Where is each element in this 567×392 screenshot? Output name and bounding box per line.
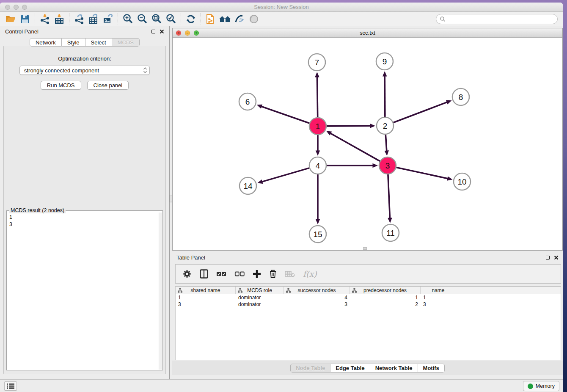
column-header-name[interactable]: name	[421, 287, 456, 294]
cyndex-home-button[interactable]	[218, 13, 232, 25]
zoom-selected-button[interactable]	[164, 13, 178, 25]
window-title: Session: New Session	[0, 4, 563, 10]
graph-edge-3-1[interactable]	[330, 133, 380, 161]
export-image-button[interactable]	[101, 13, 115, 25]
float-panel-icon[interactable]	[151, 30, 155, 33]
select-all-rows-button[interactable]	[216, 271, 226, 277]
control-panel: Control Panel Network Style Select MCDS …	[0, 26, 169, 379]
apply-function-button[interactable]: f(x)	[303, 269, 317, 279]
graph-edge-2-9[interactable]	[385, 75, 385, 117]
add-column-button[interactable]	[253, 270, 261, 278]
memory-label: Memory	[536, 383, 555, 389]
zoom-out-button[interactable]	[135, 13, 149, 25]
graph-node-2[interactable]: 2	[377, 117, 394, 134]
delete-columns-button[interactable]	[269, 269, 277, 279]
open-file-button[interactable]	[3, 13, 18, 25]
graph-node-3[interactable]: 3	[379, 157, 396, 174]
graph-node-4[interactable]: 4	[309, 157, 326, 174]
export-table-button[interactable]	[86, 13, 101, 25]
graph-edge-1-7[interactable]	[317, 76, 317, 117]
import-table-button[interactable]	[52, 13, 66, 25]
tab-select[interactable]: Select	[85, 38, 112, 47]
tab-mcds[interactable]: MCDS	[112, 38, 140, 47]
table-row[interactable]: 1dominator411	[176, 294, 561, 301]
cell-name[interactable]: 1	[421, 294, 456, 301]
graph-edge-3-11[interactable]	[388, 174, 390, 219]
column-header-predecessor_nodes[interactable]: predecessor nodes	[350, 287, 421, 294]
network-window-titlebar[interactable]: × − + scc.txt	[173, 28, 562, 38]
tab-style[interactable]: Style	[62, 38, 85, 47]
zoom-in-button[interactable]	[121, 13, 135, 25]
mcds-result-list[interactable]: 13	[7, 213, 159, 370]
svg-text:1: 1	[316, 122, 320, 131]
svg-text:8: 8	[459, 93, 463, 102]
show-task-history-button[interactable]	[4, 381, 17, 391]
graph-node-7[interactable]: 7	[308, 54, 325, 71]
export-network-button[interactable]	[72, 13, 86, 25]
cell-mcds_role[interactable]: dominator	[236, 301, 284, 308]
refresh-view-button[interactable]	[184, 13, 198, 25]
zoom-fit-button[interactable]	[149, 13, 164, 25]
graph-node-14[interactable]: 14	[239, 177, 256, 194]
result-scrollbar[interactable]	[159, 213, 162, 370]
graph-node-15[interactable]: 15	[309, 226, 326, 243]
network-canvas[interactable]: 1234678910111415	[173, 38, 562, 250]
column-header-shared_name[interactable]: shared name	[176, 287, 236, 294]
tab-network-table[interactable]: Network Table	[370, 364, 418, 373]
save-session-button[interactable]	[18, 13, 32, 25]
cell-predecessor_nodes[interactable]: 2	[350, 301, 421, 308]
graph-node-11[interactable]: 11	[382, 224, 399, 241]
cell-shared_name[interactable]: 1	[176, 294, 236, 301]
toolbar-separator	[69, 13, 69, 25]
graph-edge-2-3[interactable]	[385, 135, 387, 152]
network-view-window: × − + scc.txt 1234678910111415	[172, 28, 563, 251]
cell-mcds_role[interactable]: dominator	[236, 294, 284, 301]
toggle-graphics-details-button[interactable]	[232, 13, 247, 25]
canvas-scroll-thumb[interactable]	[363, 247, 367, 250]
search-field[interactable]	[436, 14, 558, 24]
search-input[interactable]	[448, 16, 557, 22]
graph-node-1[interactable]: 1	[309, 118, 326, 135]
cell-name[interactable]: 3	[421, 301, 456, 308]
graph-node-8[interactable]: 8	[452, 88, 469, 105]
refresh-icon	[185, 14, 196, 25]
close-panel-icon[interactable]	[160, 29, 164, 34]
graph-edge-4-14[interactable]	[261, 168, 309, 182]
graph-node-9[interactable]: 9	[376, 53, 393, 70]
birds-eye-view-button[interactable]	[247, 13, 261, 25]
graph-edge-1-6[interactable]	[261, 106, 310, 123]
import-network-button[interactable]	[38, 13, 52, 25]
main-toolbar	[0, 12, 563, 26]
open-ndex-button[interactable]	[204, 13, 218, 25]
run-mcds-button[interactable]: Run MCDS	[41, 81, 81, 90]
table-row[interactable]: 3dominator323	[176, 301, 561, 308]
table-header-row: shared nameMCDS rolesuccessor nodesprede…	[176, 287, 561, 294]
column-header-mcds_role[interactable]: MCDS role	[236, 287, 284, 294]
cell-successor_nodes[interactable]: 4	[284, 294, 350, 301]
deselect-all-rows-button[interactable]	[234, 271, 245, 277]
close-panel-button[interactable]: Close panel	[87, 81, 129, 90]
graph-edge-3-10[interactable]	[396, 167, 449, 178]
tab-node-table[interactable]: Node Table	[290, 364, 330, 373]
memory-button[interactable]: Memory	[523, 381, 559, 391]
criterion-select[interactable]: strongly connected component	[19, 66, 150, 75]
cell-shared_name[interactable]: 3	[176, 301, 236, 308]
tab-network[interactable]: Network	[30, 38, 62, 47]
cell-successor_nodes[interactable]: 3	[284, 301, 350, 308]
graph-edge-1-2[interactable]	[327, 126, 371, 126]
svg-text:3: 3	[385, 161, 390, 170]
float-table-panel-icon[interactable]	[546, 256, 550, 259]
search-icon	[440, 16, 446, 22]
graph-node-6[interactable]: 6	[239, 93, 256, 110]
show-column-panel-button[interactable]	[200, 269, 208, 279]
graph-edge-2-8[interactable]	[394, 102, 448, 123]
panel-divider[interactable]	[169, 26, 172, 379]
table-options-button[interactable]	[182, 269, 192, 279]
graph-node-10[interactable]: 10	[454, 173, 471, 190]
tab-edge-table[interactable]: Edge Table	[330, 364, 370, 373]
delete-table-button[interactable]	[285, 271, 295, 277]
cell-predecessor_nodes[interactable]: 1	[350, 294, 421, 301]
close-table-panel-icon[interactable]	[554, 255, 559, 260]
column-header-successor_nodes[interactable]: successor nodes	[284, 287, 350, 294]
tab-motifs[interactable]: Motifs	[418, 364, 445, 373]
